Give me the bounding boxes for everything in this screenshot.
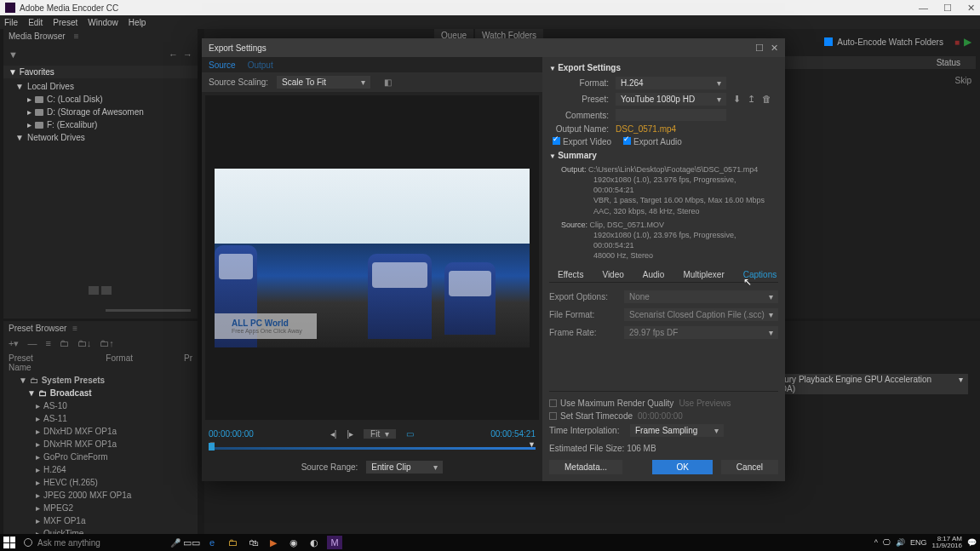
preset-gopro[interactable]: ▸ GoPro CineForm bbox=[3, 451, 198, 463]
output-tab[interactable]: Output bbox=[248, 60, 273, 72]
preset-mxf[interactable]: ▸ MXF OP1a bbox=[3, 514, 198, 527]
tray-lang[interactable]: ENG bbox=[910, 538, 927, 547]
comments-input[interactable] bbox=[616, 109, 726, 121]
preview-area[interactable]: ALL PC World Free Apps One Click Away bbox=[205, 95, 539, 420]
tray-volume-icon[interactable]: 🔊 bbox=[896, 538, 905, 547]
source-scaling-dropdown[interactable]: Scale To Fit▾ bbox=[277, 76, 370, 89]
stop-icon[interactable]: ■ bbox=[954, 37, 960, 47]
source-tab[interactable]: Source bbox=[209, 60, 236, 72]
new-folder-icon[interactable]: 🗀 bbox=[60, 338, 69, 349]
filter-icon[interactable]: ▼ bbox=[9, 49, 18, 60]
menu-file[interactable]: File bbox=[4, 18, 18, 27]
media-encoder-taskbar-icon[interactable]: M bbox=[327, 536, 342, 549]
format-dropdown[interactable]: H.264▾ bbox=[616, 77, 726, 89]
window-maximize[interactable]: ☐ bbox=[943, 3, 952, 14]
fit-dropdown[interactable]: Fit▾ bbox=[364, 429, 396, 439]
dialog-close-icon[interactable]: ✕ bbox=[771, 43, 778, 54]
menu-edit[interactable]: Edit bbox=[28, 18, 43, 27]
step-fwd-icon[interactable]: |▸ bbox=[347, 429, 353, 439]
dialog-titlebar[interactable]: Export Settings ☐ ✕ bbox=[202, 38, 785, 57]
task-view-icon[interactable]: ▭▭ bbox=[184, 536, 199, 549]
panel-menu-icon[interactable]: ≡ bbox=[74, 32, 79, 41]
edge-icon[interactable]: e bbox=[204, 536, 220, 549]
favorites-header[interactable]: ▼ Favorites bbox=[3, 66, 198, 78]
tray-clock[interactable]: 8:17 AM 11/9/2016 bbox=[931, 536, 962, 549]
window-close[interactable]: ✕ bbox=[967, 3, 975, 14]
export-options-dropdown[interactable]: None▾ bbox=[624, 290, 778, 303]
source-range-dropdown[interactable]: Entire Clip▾ bbox=[366, 461, 443, 474]
nav-back-icon[interactable]: ← bbox=[169, 49, 178, 60]
menu-help[interactable]: Help bbox=[129, 18, 146, 27]
out-point-handle[interactable]: ▼ bbox=[528, 440, 536, 449]
preset-as11[interactable]: ▸ AS-11 bbox=[3, 412, 198, 425]
output-name-link[interactable]: DSC_0571.mp4 bbox=[616, 124, 676, 134]
timeline-scrubber[interactable]: ▼ ▼ bbox=[209, 445, 536, 453]
tab-multiplexer[interactable]: Multiplexer bbox=[674, 267, 732, 282]
broadcast-folder[interactable]: ▼ 🗀 Broadcast bbox=[3, 387, 198, 399]
mic-icon[interactable]: 🎤 bbox=[170, 538, 181, 548]
cancel-button[interactable]: Cancel bbox=[721, 460, 778, 474]
tab-audio[interactable]: Audio bbox=[634, 267, 673, 282]
preset-browser-tab[interactable]: Preset Browser bbox=[9, 324, 66, 333]
playhead[interactable] bbox=[209, 443, 215, 451]
time-interp-dropdown[interactable]: Frame Sampling▾ bbox=[630, 424, 724, 437]
step-back-icon[interactable]: ◂| bbox=[330, 429, 337, 439]
action-center-icon[interactable]: 💬 bbox=[967, 538, 977, 547]
menu-preset[interactable]: Preset bbox=[53, 18, 77, 27]
renderer-dropdown[interactable]: Mercury Playback Engine GPU Acceleration… bbox=[760, 374, 968, 394]
start-button[interactable] bbox=[3, 537, 15, 548]
preset-hevc[interactable]: ▸ HEVC (H.265) bbox=[3, 476, 198, 489]
remove-preset-icon[interactable]: — bbox=[27, 338, 37, 349]
movies-icon[interactable]: ▶ bbox=[266, 536, 281, 549]
metadata-button[interactable]: Metadata... bbox=[549, 460, 622, 474]
auto-encode-checkbox[interactable] bbox=[824, 37, 833, 46]
import-preset-icon[interactable]: ↥ bbox=[748, 94, 755, 105]
tray-up-icon[interactable]: ^ bbox=[874, 538, 878, 547]
tray-monitor-icon[interactable]: 🖵 bbox=[883, 538, 891, 547]
view-thumb-icon[interactable] bbox=[101, 286, 112, 295]
local-drives-node[interactable]: ▼ Local Drives bbox=[3, 80, 198, 93]
col-pr[interactable]: Pr bbox=[184, 353, 192, 372]
summary-header[interactable]: Summary bbox=[549, 148, 778, 163]
explorer-icon[interactable]: 🗀 bbox=[225, 536, 240, 549]
export-preset-icon[interactable]: 🗀↑ bbox=[100, 338, 114, 349]
preset-dnxhd[interactable]: ▸ DNxHD MXF OP1a bbox=[3, 425, 198, 438]
view-list-icon[interactable] bbox=[89, 286, 99, 295]
import-preset-icon[interactable]: 🗀↓ bbox=[77, 338, 92, 349]
network-drives-node[interactable]: ▼ Network Drives bbox=[3, 131, 198, 144]
window-minimize[interactable]: — bbox=[919, 3, 928, 14]
export-video-checkbox[interactable] bbox=[553, 137, 560, 145]
media-browser-tab[interactable]: Media Browser bbox=[9, 32, 66, 41]
col-format[interactable]: Format bbox=[106, 353, 133, 372]
aspect-icon[interactable]: ▭ bbox=[406, 429, 414, 439]
app-icon-1[interactable]: ◐ bbox=[307, 536, 322, 549]
save-preset-icon[interactable]: ⬇ bbox=[733, 94, 741, 105]
delete-preset-icon[interactable]: 🗑 bbox=[762, 94, 771, 105]
timecode-out[interactable]: 00:00:54:21 bbox=[490, 429, 536, 439]
tab-captions[interactable]: Captions ↖ bbox=[735, 267, 785, 282]
export-settings-header[interactable]: Export Settings bbox=[549, 60, 778, 75]
frame-rate-dropdown[interactable]: 29.97 fps DF▾ bbox=[624, 326, 778, 339]
drive-c[interactable]: ▸ C: (Local Disk) bbox=[3, 93, 198, 106]
system-presets-node[interactable]: ▼ 🗀 System Presets bbox=[3, 374, 198, 387]
file-format-dropdown[interactable]: Scenarist Closed Caption File (.scc)▾ bbox=[624, 308, 778, 321]
use-max-quality-checkbox[interactable] bbox=[549, 399, 557, 407]
panel-menu-icon[interactable]: ≡ bbox=[72, 324, 77, 333]
col-preset-name[interactable]: Preset Name bbox=[9, 353, 54, 372]
store-icon[interactable]: 🛍 bbox=[245, 536, 261, 549]
crop-icon[interactable]: ◧ bbox=[384, 77, 392, 87]
chrome-icon[interactable]: ◉ bbox=[286, 536, 301, 549]
preset-h264[interactable]: ▸ H.264 bbox=[3, 463, 198, 476]
set-start-tc-checkbox[interactable] bbox=[549, 412, 557, 420]
drive-d[interactable]: ▸ D: (Storage of Awesomen bbox=[3, 106, 198, 118]
export-audio-checkbox[interactable] bbox=[623, 137, 631, 145]
preset-as10[interactable]: ▸ AS-10 bbox=[3, 399, 198, 412]
preset-settings-icon[interactable]: ≡ bbox=[45, 338, 50, 349]
nav-forward-icon[interactable]: → bbox=[183, 49, 192, 60]
preset-mpeg2[interactable]: ▸ MPEG2 bbox=[3, 502, 198, 514]
drive-f[interactable]: ▸ F: (Excalibur) bbox=[3, 118, 198, 131]
tab-video[interactable]: Video bbox=[593, 267, 632, 282]
tab-effects[interactable]: Effects bbox=[549, 267, 592, 282]
ok-button[interactable]: OK bbox=[652, 460, 712, 474]
dialog-maximize-icon[interactable]: ☐ bbox=[755, 43, 764, 54]
